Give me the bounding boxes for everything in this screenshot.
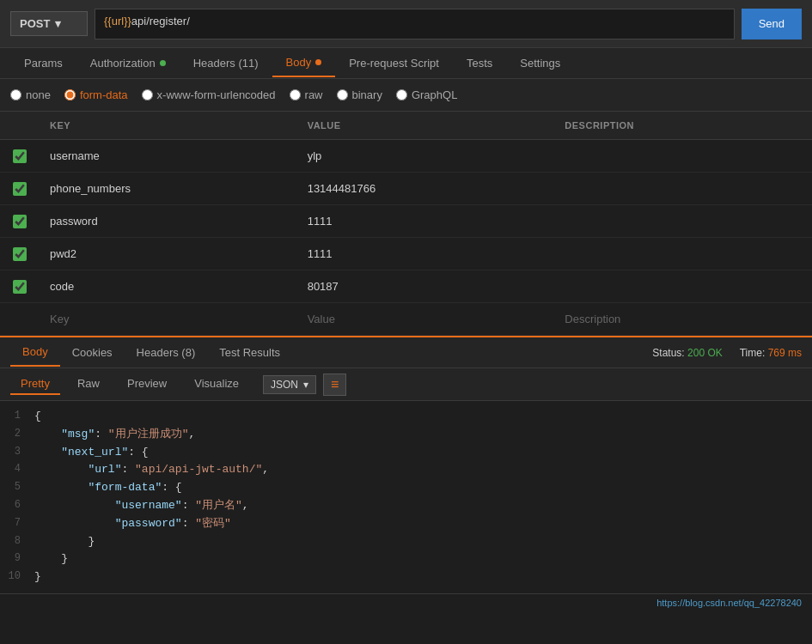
line-content: "url": "api/api-jwt-auth/", [34, 461, 812, 479]
table-row: pwd2 1111 [0, 238, 812, 270]
table-row: password 1111 [0, 205, 812, 238]
row-5-value[interactable]: 80187 [297, 273, 555, 300]
tab-prerequest[interactable]: Pre-request Script [335, 50, 453, 76]
line-content: "msg": "用户注册成功", [34, 426, 812, 444]
method-select[interactable]: POST ▾ [10, 11, 88, 36]
tab-settings[interactable]: Settings [506, 50, 574, 76]
radio-raw[interactable]: raw [290, 88, 323, 101]
row-5-checkbox[interactable] [13, 280, 27, 294]
response-tab-body[interactable]: Body [10, 338, 60, 367]
radio-graphql[interactable]: GraphQL [396, 88, 457, 101]
line-content: "next_url": { [34, 444, 812, 462]
json-line: 8 } [0, 533, 812, 551]
row-1-checkbox-cell [0, 149, 40, 163]
view-pretty-button[interactable]: Pretty [10, 374, 60, 395]
json-format-label: JSON [271, 379, 298, 391]
tab-headers[interactable]: Headers (11) [180, 50, 272, 76]
line-number: 10 [0, 568, 34, 585]
radio-none[interactable]: none [10, 88, 51, 101]
tab-prerequest-label: Pre-request Script [349, 57, 439, 70]
row-3-checkbox[interactable] [13, 215, 27, 228]
json-line: 6 "username": "用户名", [0, 497, 812, 515]
row-empty-key[interactable]: Key [40, 306, 297, 332]
row-3-description[interactable] [554, 215, 812, 228]
line-number: 8 [0, 533, 34, 550]
send-button[interactable]: Send [742, 9, 802, 39]
col-value: VALUE [297, 117, 555, 134]
tab-body-label: Body [286, 56, 312, 69]
params-table: KEY VALUE DESCRIPTION username ylp phone… [0, 112, 812, 336]
row-2-checkbox[interactable] [13, 182, 27, 196]
tab-body[interactable]: Body [272, 49, 336, 77]
line-number: 7 [0, 515, 34, 532]
row-1-description[interactable] [554, 149, 812, 163]
view-visualize-button[interactable]: Visualize [184, 374, 249, 395]
row-4-description[interactable] [554, 247, 812, 261]
row-1-checkbox[interactable] [13, 149, 27, 163]
row-3-checkbox-cell [0, 215, 40, 228]
json-line: 2 "msg": "用户注册成功", [0, 426, 812, 444]
radio-urlencoded[interactable]: x-www-form-urlencoded [142, 88, 276, 101]
line-content: "password": "密码" [34, 515, 812, 533]
line-number: 4 [0, 461, 34, 477]
row-5-checkbox-cell [0, 280, 40, 294]
radio-form-data[interactable]: form-data [64, 88, 128, 101]
row-empty-value[interactable]: Value [297, 306, 555, 332]
line-content: { [34, 408, 812, 426]
wrap-button[interactable]: ≡ [323, 374, 346, 396]
row-3-key[interactable]: password [40, 208, 297, 234]
response-tab-cookies-label: Cookies [72, 346, 113, 359]
view-preview-button[interactable]: Preview [117, 374, 177, 395]
row-empty-description[interactable]: Description [554, 306, 812, 332]
tab-tests-label: Tests [467, 57, 492, 70]
row-2-description[interactable] [554, 182, 812, 196]
row-2-checkbox-cell [0, 182, 40, 196]
json-line: 1{ [0, 408, 812, 426]
format-chevron-icon: ▾ [303, 379, 308, 391]
tab-authorization[interactable]: Authorization [76, 50, 180, 76]
tab-authorization-label: Authorization [90, 57, 156, 70]
status-value: 200 OK [687, 347, 723, 359]
json-line: 5 "form-data": { [0, 479, 812, 497]
request-tabs: Params Authorization Headers (11) Body P… [0, 48, 812, 79]
json-line: 9 } [0, 550, 812, 568]
response-tab-testresults-label: Test Results [219, 346, 280, 359]
response-tab-headers[interactable]: Headers (8) [125, 339, 208, 366]
row-1-key[interactable]: username [40, 143, 297, 169]
json-format-select[interactable]: JSON ▾ [263, 375, 316, 394]
tab-tests[interactable]: Tests [453, 50, 506, 76]
row-2-key[interactable]: phone_numbers [40, 175, 297, 202]
tab-headers-label: Headers (11) [193, 57, 259, 70]
table-row-empty: Key Value Description [0, 303, 812, 336]
row-1-value[interactable]: ylp [297, 143, 555, 169]
footer-link[interactable]: https://blog.csdn.net/qq_42278240 [656, 598, 802, 608]
view-raw-button[interactable]: Raw [67, 374, 110, 395]
status-info: Status: 200 OK Time: 769 ms [652, 347, 802, 359]
response-section: Body Cookies Headers (8) Test Results St… [0, 336, 812, 593]
json-line: 7 "password": "密码" [0, 515, 812, 533]
response-tab-cookies[interactable]: Cookies [60, 339, 125, 366]
line-number: 2 [0, 426, 34, 442]
row-2-value[interactable]: 13144481766 [297, 175, 555, 202]
body-dot [315, 59, 321, 65]
url-input-display[interactable]: {{url}}api/register/ [95, 9, 735, 39]
json-content: 1{2 "msg": "用户注册成功",3 "next_url": {4 "ur… [0, 401, 812, 593]
table-row: code 80187 [0, 270, 812, 303]
row-4-value[interactable]: 1111 [297, 240, 555, 267]
row-5-description[interactable] [554, 280, 812, 294]
response-tab-body-label: Body [22, 345, 48, 358]
row-4-checkbox[interactable] [13, 247, 27, 261]
radio-binary[interactable]: binary [337, 88, 382, 101]
row-5-key[interactable]: code [40, 273, 297, 300]
row-3-value[interactable]: 1111 [297, 208, 555, 234]
json-line: 4 "url": "api/api-jwt-auth/", [0, 461, 812, 479]
row-4-key[interactable]: pwd2 [40, 240, 297, 267]
line-number: 5 [0, 479, 34, 495]
line-content: "username": "用户名", [34, 497, 812, 515]
line-number: 9 [0, 550, 34, 567]
tab-params[interactable]: Params [10, 50, 76, 76]
row-4-checkbox-cell [0, 247, 40, 261]
line-number: 3 [0, 444, 34, 460]
response-tab-testresults[interactable]: Test Results [207, 339, 292, 366]
method-chevron-icon: ▾ [55, 17, 61, 30]
